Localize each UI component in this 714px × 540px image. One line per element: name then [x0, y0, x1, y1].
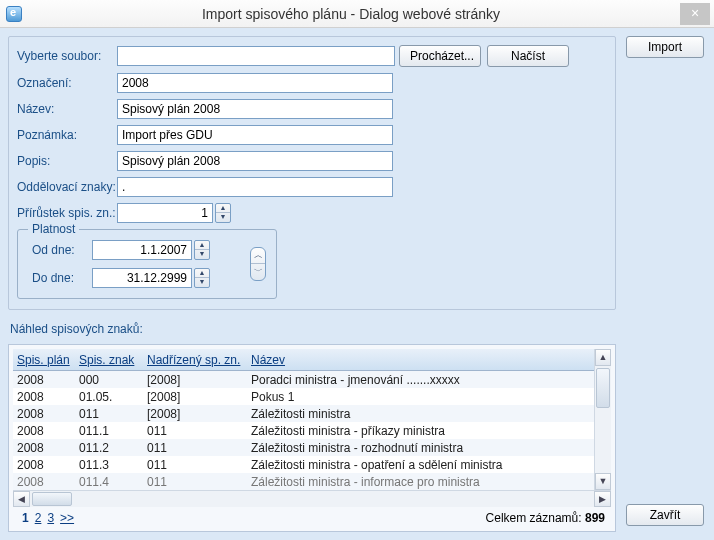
cell-mark: 011.4 — [75, 475, 143, 489]
cell-parent: [2008] — [143, 373, 247, 387]
scroll-track[interactable] — [595, 366, 611, 473]
cell-name: Záležitosti ministra — [247, 407, 594, 421]
label-separators: Oddělovací znaky: — [17, 180, 117, 194]
col-name[interactable]: Název — [247, 353, 594, 367]
table-row[interactable]: 2008011.1011Záležitosti ministra - příka… — [13, 422, 594, 439]
pager: 123>> Celkem záznamů: 899 — [13, 507, 611, 527]
preview-grid: Spis. plán Spis. znak Nadřízený sp. zn. … — [8, 344, 616, 532]
label-to: Do dne: — [32, 271, 92, 285]
cell-parent: [2008] — [143, 407, 247, 421]
validity-legend: Platnost — [28, 222, 79, 236]
cell-mark: 011.1 — [75, 424, 143, 438]
hscroll-track[interactable] — [30, 491, 594, 507]
validity-fieldset: Platnost Od dne: ▲ ▼ — [17, 229, 277, 299]
file-input[interactable] — [117, 46, 395, 66]
table-row[interactable]: 2008011.3011Záležitosti ministra - opatř… — [13, 456, 594, 473]
horizontal-scrollbar[interactable]: ◀ ▶ — [13, 490, 611, 507]
close-icon[interactable]: × — [680, 3, 710, 25]
close-button[interactable]: Zavřít — [626, 504, 704, 526]
cell-plan: 2008 — [13, 475, 75, 489]
vertical-scrollbar[interactable]: ▲ ▼ — [594, 349, 611, 490]
cell-name: Pokus 1 — [247, 390, 594, 404]
content: Vyberte soubor: Procházet... Načíst Ozna… — [0, 28, 714, 540]
total-label: Celkem záznamů: — [486, 511, 582, 525]
table-row[interactable]: 2008011.4011Záležitosti ministra - infor… — [13, 473, 594, 490]
cell-plan: 2008 — [13, 458, 75, 472]
window-title: Import spisového plánu - Dialog webové s… — [22, 6, 680, 22]
name-input[interactable] — [117, 99, 393, 119]
ie-icon — [6, 6, 22, 22]
table-row[interactable]: 2008011[2008]Záležitosti ministra — [13, 405, 594, 422]
title-bar: Import spisového plánu - Dialog webové s… — [0, 0, 714, 28]
scroll-down-icon[interactable]: ▼ — [595, 473, 611, 490]
cell-parent: [2008] — [143, 390, 247, 404]
cell-mark: 011.2 — [75, 441, 143, 455]
col-plan[interactable]: Spis. plán — [13, 353, 75, 367]
from-input[interactable] — [92, 240, 192, 260]
page-link[interactable]: 2 — [35, 511, 42, 525]
label-desc: Popis: — [17, 154, 117, 168]
chevron-down-icon[interactable]: ▼ — [216, 213, 230, 222]
browse-button[interactable]: Procházet... — [399, 45, 481, 67]
to-spinner[interactable]: ▲ ▼ — [194, 268, 210, 288]
increment-spinner[interactable]: ▲ ▼ — [215, 203, 231, 223]
increment-input[interactable] — [117, 203, 213, 223]
cell-parent: 011 — [143, 424, 247, 438]
chevron-down-icon[interactable]: ▼ — [195, 278, 209, 287]
cell-name: Záležitosti ministra - informace pro min… — [247, 475, 594, 489]
cell-plan: 2008 — [13, 407, 75, 421]
cell-parent: 011 — [143, 475, 247, 489]
label-code: Označení: — [17, 76, 117, 90]
table-row[interactable]: 2008011.2011Záležitosti ministra - rozho… — [13, 439, 594, 456]
chevron-down-icon[interactable]: ﹀ — [251, 264, 265, 280]
validity-range-spinner[interactable]: ︿ ﹀ — [250, 247, 266, 281]
scroll-up-icon[interactable]: ▲ — [595, 349, 611, 366]
from-spinner[interactable]: ▲ ▼ — [194, 240, 210, 260]
page-links: 123>> — [19, 511, 77, 525]
page-link[interactable]: 1 — [22, 511, 29, 525]
cell-plan: 2008 — [13, 441, 75, 455]
to-input[interactable] — [92, 268, 192, 288]
right-panel: Import Zavřít — [626, 36, 706, 532]
form-area: Vyberte soubor: Procházet... Načíst Ozna… — [8, 36, 616, 310]
cell-name: Záležitosti ministra - příkazy ministra — [247, 424, 594, 438]
chevron-up-icon[interactable]: ▲ — [216, 204, 230, 213]
dialog-window: Import spisového plánu - Dialog webové s… — [0, 0, 714, 540]
label-from: Od dne: — [32, 243, 92, 257]
scroll-right-icon[interactable]: ▶ — [594, 491, 611, 507]
cell-plan: 2008 — [13, 424, 75, 438]
import-button[interactable]: Import — [626, 36, 704, 58]
code-input[interactable] — [117, 73, 393, 93]
table-row[interactable]: 200801.05.[2008]Pokus 1 — [13, 388, 594, 405]
cell-mark: 011.3 — [75, 458, 143, 472]
table-row[interactable]: 2008000[2008]Poradci ministra - jmenován… — [13, 371, 594, 388]
col-parent[interactable]: Nadřízený sp. zn. — [143, 353, 247, 367]
load-button[interactable]: Načíst — [487, 45, 569, 67]
cell-parent: 011 — [143, 458, 247, 472]
cell-plan: 2008 — [13, 373, 75, 387]
preview-label: Náhled spisových znaků: — [10, 322, 616, 336]
col-mark[interactable]: Spis. znak — [75, 353, 143, 367]
scroll-left-icon[interactable]: ◀ — [13, 491, 30, 507]
grid-body: 2008000[2008]Poradci ministra - jmenován… — [13, 371, 611, 490]
cell-parent: 011 — [143, 441, 247, 455]
separators-input[interactable] — [117, 177, 393, 197]
page-link[interactable]: 3 — [47, 511, 54, 525]
note-input[interactable] — [117, 125, 393, 145]
total-records: Celkem záznamů: 899 — [486, 511, 605, 525]
label-name: Název: — [17, 102, 117, 116]
chevron-down-icon[interactable]: ▼ — [195, 250, 209, 259]
label-note: Poznámka: — [17, 128, 117, 142]
chevron-up-icon[interactable]: ▲ — [195, 241, 209, 250]
hscroll-thumb[interactable] — [32, 492, 72, 506]
scroll-thumb[interactable] — [596, 368, 610, 408]
label-select-file: Vyberte soubor: — [17, 49, 117, 63]
left-panel: Vyberte soubor: Procházet... Načíst Ozna… — [8, 36, 616, 532]
total-value: 899 — [585, 511, 605, 525]
page-next[interactable]: >> — [60, 511, 74, 525]
grid-inner: Spis. plán Spis. znak Nadřízený sp. zn. … — [13, 349, 611, 490]
desc-input[interactable] — [117, 151, 393, 171]
label-increment: Přírůstek spis. zn.: — [17, 206, 117, 220]
chevron-up-icon[interactable]: ▲ — [195, 269, 209, 278]
chevron-up-icon[interactable]: ︿ — [251, 248, 265, 264]
